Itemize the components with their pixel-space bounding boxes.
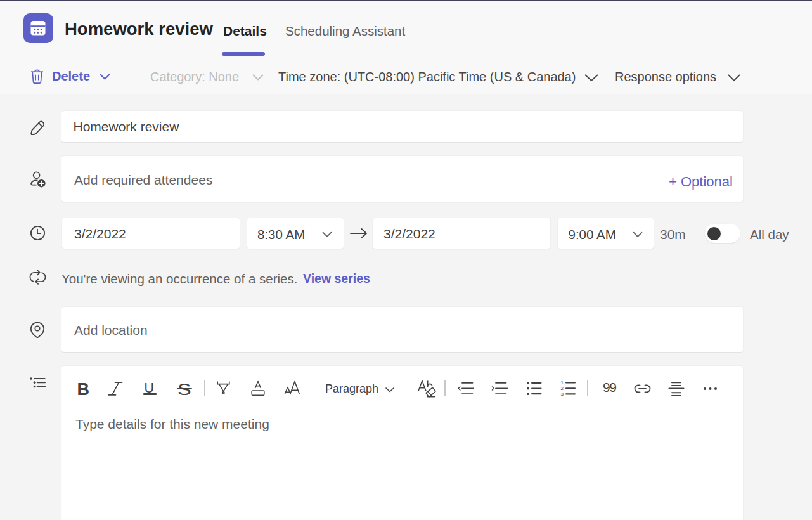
svg-text:2: 2 bbox=[561, 386, 564, 391]
svg-text:1: 1 bbox=[561, 380, 564, 386]
svg-text:3: 3 bbox=[561, 391, 564, 396]
